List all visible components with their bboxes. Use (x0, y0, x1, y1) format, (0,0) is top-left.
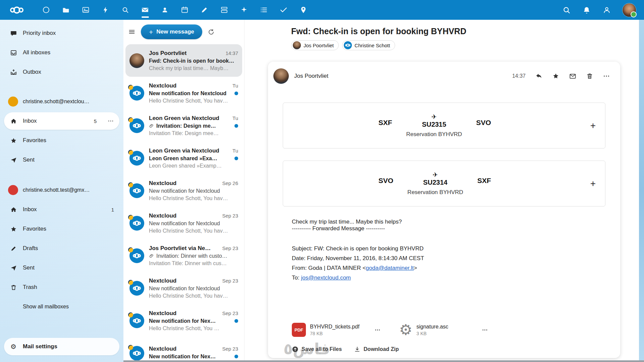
status-badge (128, 150, 133, 155)
status-badge (128, 247, 133, 252)
message-row[interactable]: Jos Poortvliet 14:37 Fwd: Check-in is op… (125, 44, 242, 77)
message-row[interactable]: Nextcloud Sep 23 New notification for Ne… (125, 272, 242, 304)
message-row[interactable]: Jos Poortvliet via Ne… Sep 23 Invitation… (125, 239, 242, 272)
status-badge (128, 85, 133, 90)
mail-app-icon[interactable] (135, 0, 155, 20)
account-item-2[interactable]: christine.schott.test@gmx… (4, 181, 119, 199)
recipient-chip[interactable]: Jos Poortvliet (291, 40, 339, 50)
sidebar-label: All inboxes (23, 49, 50, 56)
message-row[interactable]: Leon Green via Nextcloud Tu Leon Green s… (125, 142, 242, 174)
photos-app-icon[interactable] (76, 0, 96, 20)
sidebar-item-all-inboxes[interactable]: All inboxes (4, 44, 119, 61)
checks-app-icon[interactable] (274, 0, 293, 20)
gear-file-icon: ⚙ (399, 322, 412, 337)
deck-app-icon[interactable] (214, 0, 234, 20)
from-email-link[interactable]: goda@dataminer.lt (366, 265, 414, 271)
sidebar-item-priority-inbox[interactable]: Priority inbox (4, 24, 119, 42)
list-header: + New message (123, 20, 244, 44)
sidebar-item-trash-account2[interactable]: Trash (4, 279, 119, 296)
sidebar-item-favorites-account1[interactable]: Favorites (4, 132, 119, 149)
page-scrollbar[interactable] (639, 20, 644, 362)
calendar-app-icon[interactable] (175, 0, 195, 20)
add-to-calendar-icon[interactable]: + (588, 121, 598, 131)
recipient-chip[interactable]: Christine Schott (342, 40, 395, 50)
contacts-app-icon[interactable] (155, 0, 175, 20)
status-badge (128, 280, 133, 285)
message-subject: Leon Green shared »Exa… (149, 156, 232, 162)
message-row[interactable]: Nextcloud Sep 23 New notification for Ne… (125, 304, 242, 337)
new-message-button[interactable]: + New message (141, 24, 202, 39)
recipient-avatar (293, 41, 301, 49)
sidebar-item-inbox-account1[interactable]: Inbox 5 (4, 112, 119, 130)
thread-header: Fwd: Check-in is open for booking BYHVRD… (291, 26, 626, 50)
sender-avatar (129, 86, 144, 101)
menu-hamburger-icon[interactable] (128, 28, 136, 36)
activity-app-icon[interactable] (96, 0, 115, 20)
notifications-bell-icon[interactable] (582, 6, 591, 14)
attachment-item[interactable]: PDF BYHVRD_tickets.pdf 78 KB (292, 323, 372, 337)
notes-app-icon[interactable] (195, 0, 214, 20)
message-row[interactable]: Nextcloud Sep 23 New notification for Ne… (125, 337, 242, 362)
message-list-pane: + New message Jos Poortvliet 14:37 Fwd: … (123, 20, 245, 362)
sender-name: Jos Poortvliet via Ne… (149, 245, 211, 252)
attachment-menu-icon[interactable] (480, 326, 494, 334)
account-item-1[interactable]: christine.schott@nextclou… (4, 93, 119, 110)
sidebar-label: Trash (23, 284, 37, 291)
add-to-calendar-icon[interactable]: + (588, 179, 598, 189)
sidebar-item-sent-account2[interactable]: Sent (4, 259, 119, 277)
favorite-star-icon[interactable] (552, 72, 559, 80)
message-row[interactable]: Nextcloud Sep 26 New notification for Ne… (125, 174, 242, 207)
account-avatar (8, 185, 18, 195)
mark-unread-envelope-icon[interactable] (569, 72, 577, 80)
message-date: Sep 23 (222, 245, 238, 251)
contacts-menu-icon[interactable] (602, 6, 611, 14)
assistant-app-icon[interactable] (234, 0, 254, 20)
all-inboxes-icon (9, 49, 17, 56)
message-list: Jos Poortvliet 14:37 Fwd: Check-in is op… (123, 44, 244, 362)
mailbox-menu-icon[interactable] (107, 118, 114, 124)
sidebar-item-sent-account1[interactable]: Sent (4, 151, 119, 169)
reply-icon[interactable] (535, 72, 543, 80)
unread-count: 1 (111, 207, 114, 213)
sender-name: Nextcloud (149, 346, 176, 352)
unread-dot (234, 124, 238, 128)
download-zip-button[interactable]: Download Zip (354, 346, 399, 353)
sender-avatar (129, 346, 144, 361)
save-all-to-files-button[interactable]: Save all to Files (292, 346, 342, 353)
sidebar-item-drafts-account2[interactable]: Drafts (4, 240, 119, 257)
message-row[interactable]: Leon Green via Nextcloud Tu Invitation: … (125, 109, 242, 142)
more-actions-icon[interactable] (603, 72, 610, 80)
gear-icon: ⚙ (9, 343, 17, 351)
nextcloud-logo[interactable] (6, 5, 28, 15)
sidebar-item-outbox[interactable]: Outbox (4, 63, 119, 81)
sender-name: Leon Green via Nextcloud (149, 147, 219, 154)
sidebar-label: Inbox (23, 118, 37, 124)
sender-name: Nextcloud (149, 310, 176, 317)
attachment-item[interactable]: ⚙ signature.asc 3 KB (399, 322, 480, 337)
sidebar-item-favorites-account2[interactable]: Favorites (4, 220, 119, 238)
tasks-app-icon[interactable] (254, 0, 274, 20)
to-email-link[interactable]: jos@nextcloud.com (301, 275, 351, 281)
message-date: Tu (232, 83, 238, 88)
user-avatar[interactable] (623, 3, 636, 17)
attachment-menu-icon[interactable] (372, 326, 387, 334)
message-preview: Hello Christine Schott, You … (149, 325, 238, 331)
mail-settings-button[interactable]: ⚙ Mail settings (4, 338, 119, 355)
search-app-icon[interactable] (115, 0, 135, 20)
delete-trash-icon[interactable] (586, 72, 593, 80)
forwarded-to: To: jos@nextcloud.com (292, 273, 607, 283)
message-row[interactable]: Nextcloud Sep 23 New notification for Ne… (125, 207, 242, 239)
sidebar-item-inbox-account2[interactable]: Inbox 1 (4, 201, 119, 218)
dashboard-app-icon[interactable] (36, 0, 56, 20)
status-badge (128, 345, 133, 350)
maps-app-icon[interactable] (293, 0, 313, 20)
message-row[interactable]: Nextcloud Tu New notification for Nextcl… (125, 77, 242, 109)
flight-widget-return: SVO ✈ SU2314 Reservation BYHVRD SXF + (283, 161, 605, 206)
search-icon[interactable] (562, 6, 571, 14)
download-icon (354, 346, 361, 353)
show-all-mailboxes-button[interactable]: Show all mailboxes (4, 298, 119, 315)
sender-avatar (129, 151, 144, 166)
files-app-icon[interactable] (56, 0, 76, 20)
refresh-icon[interactable] (208, 28, 215, 36)
attachment-actions: Save all to Files Download Zip (292, 346, 399, 353)
